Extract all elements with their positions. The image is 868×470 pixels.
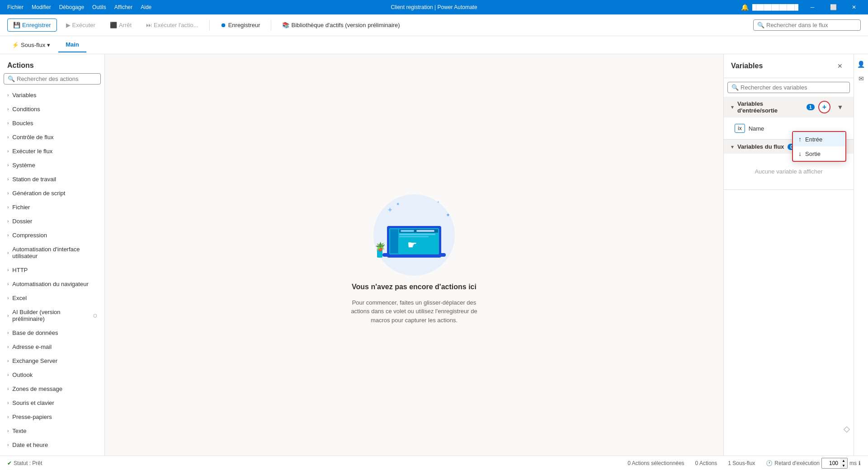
- io-section-title: Variables d'entrée/sortie: [737, 100, 803, 114]
- run-icon: ▶: [66, 22, 71, 28]
- action-item-variables[interactable]: › Variables: [0, 88, 104, 102]
- action-item-pdf[interactable]: › PDF: [0, 452, 104, 456]
- action-item-http[interactable]: › HTTP: [0, 263, 104, 277]
- variables-panel-actions: ✕: [834, 60, 846, 72]
- action-item-systeme[interactable]: › Système: [0, 158, 104, 172]
- delay-down-button[interactable]: ▼: [840, 463, 847, 468]
- svg-rect-10: [401, 230, 414, 232]
- actions-selected: 0 Actions sélectionnées: [627, 460, 684, 466]
- svg-text:✦: ✦: [446, 212, 450, 218]
- maximize-button[interactable]: ⬜: [823, 0, 844, 14]
- stop-button[interactable]: ⬛ Arrêt: [104, 19, 137, 31]
- action-item-ui-automation[interactable]: › Automatisation d'interface utilisateur: [0, 242, 104, 263]
- chevron-right-icon: ›: [7, 233, 9, 238]
- actions-count: 0 Actions: [695, 460, 717, 466]
- svg-text:✦: ✦: [437, 200, 440, 204]
- right-icon-2[interactable]: ✉: [855, 72, 868, 85]
- info-icon[interactable]: ℹ: [859, 460, 861, 466]
- action-item-station[interactable]: › Station de travail: [0, 172, 104, 186]
- chevron-right-icon: ›: [7, 313, 9, 318]
- save-button[interactable]: 💾 Enregistrer: [7, 19, 57, 32]
- dropdown-sortie[interactable]: ↓ Sortie: [793, 146, 845, 161]
- action-item-presse-papiers[interactable]: › Presse-papiers: [0, 410, 104, 424]
- run-button[interactable]: ▶ Exécuter: [61, 19, 101, 31]
- action-item-zones-message[interactable]: › Zones de message: [0, 382, 104, 396]
- actions-search-box[interactable]: 🔍: [4, 73, 101, 85]
- action-item-fichier[interactable]: › Fichier: [0, 200, 104, 214]
- status-ok-indicator: ✔ Statut : Prêt: [7, 460, 42, 466]
- toolbar: 💾 Enregistrer ▶ Exécuter ⬛ Arrêt ⏭ Exécu…: [0, 14, 868, 36]
- chevron-right-icon: ›: [7, 219, 9, 224]
- svg-text:✦: ✦: [387, 206, 393, 214]
- tab-main[interactable]: Main: [58, 38, 86, 52]
- add-variable-button[interactable]: +: [818, 101, 830, 113]
- action-item-exchange[interactable]: › Exchange Server: [0, 354, 104, 368]
- menu-fichier[interactable]: Fichier: [4, 2, 27, 12]
- action-item-email[interactable]: › Adresse e-mail: [0, 340, 104, 354]
- variables-search[interactable]: 🔍: [727, 82, 850, 93]
- action-item-date-heure[interactable]: › Date et heure: [0, 438, 104, 452]
- delay-spinners: ▲ ▼: [840, 458, 847, 468]
- menu-aide[interactable]: Aide: [137, 2, 155, 12]
- action-item-controle-flux[interactable]: › Contrôle de flux: [0, 130, 104, 144]
- chevron-right-icon: ›: [7, 250, 9, 255]
- chevron-right-icon: ›: [7, 205, 9, 210]
- action-item-compression[interactable]: › Compression: [0, 228, 104, 242]
- action-item-souris-clavier[interactable]: › Souris et clavier: [0, 396, 104, 410]
- chevron-down-icon: ▾: [47, 42, 50, 48]
- run-action-button[interactable]: ⏭ Exécuter l'actio...: [141, 19, 204, 31]
- action-item-excel[interactable]: › Excel: [0, 291, 104, 305]
- flow-search-input[interactable]: [766, 22, 857, 28]
- chevron-down-icon: ▾: [731, 144, 734, 150]
- delay-up-button[interactable]: ▲: [840, 458, 847, 463]
- menu-outils[interactable]: Outils: [89, 2, 110, 12]
- delay-input[interactable]: 100 ▲ ▼: [821, 458, 848, 469]
- io-section-header[interactable]: ▾ Variables d'entrée/sortie 1 + ▼: [724, 97, 854, 118]
- assets-button[interactable]: 📚 Bibliothèque d'actifs (version prélimi…: [277, 19, 405, 31]
- recorder-button[interactable]: ⏺ Enregistreur: [215, 19, 266, 31]
- menu-debogage[interactable]: Débogage: [56, 2, 88, 12]
- notification-icon[interactable]: 🔔: [741, 4, 749, 11]
- menu-afficher[interactable]: Afficher: [111, 2, 136, 12]
- right-icon-1[interactable]: 👤: [855, 58, 868, 70]
- chevron-right-icon: ›: [7, 268, 9, 273]
- chevron-right-icon: ›: [7, 330, 9, 335]
- actions-search-input[interactable]: [17, 75, 97, 82]
- action-item-browser-automation[interactable]: › Automatisation du navigateur: [0, 277, 104, 291]
- main-layout: Actions 🔍 › Variables › Conditions › Bou…: [0, 54, 868, 456]
- svg-rect-12: [399, 234, 435, 235]
- action-item-ai-builder[interactable]: › AI Builder (version préliminaire) ⬡: [0, 305, 104, 326]
- subflow-button[interactable]: ⚡ Sous-flux ▾: [7, 39, 55, 51]
- filter-variables-button[interactable]: ▼: [834, 101, 846, 113]
- chevron-right-icon: ›: [7, 400, 9, 405]
- execution-delay: 🕐 Retard d'exécution 100 ▲ ▼ ms ℹ: [766, 458, 861, 469]
- tabbar: ⚡ Sous-flux ▾ Main: [0, 36, 868, 54]
- action-item-executer-flux[interactable]: › Exécuter le flux: [0, 144, 104, 158]
- chevron-right-icon: ›: [7, 163, 9, 168]
- action-item-conditions[interactable]: › Conditions: [0, 102, 104, 116]
- action-item-boucles[interactable]: › Boucles: [0, 116, 104, 130]
- menu-bar: Fichier Modifier Débogage Outils Affiche…: [4, 2, 155, 12]
- delay-value-input[interactable]: 100: [822, 459, 840, 467]
- toolbar-separator-2: [271, 20, 271, 31]
- app-title: Client registration | Power Automate: [391, 4, 477, 10]
- chevron-right-icon: ›: [7, 191, 9, 196]
- close-button[interactable]: ✕: [844, 0, 864, 14]
- action-item-generation-script[interactable]: › Génération de script: [0, 186, 104, 200]
- subflow-icon: ⚡: [12, 42, 19, 48]
- chevron-right-icon: ›: [7, 428, 9, 433]
- action-item-base-donnees[interactable]: › Base de données: [0, 326, 104, 340]
- flow-search[interactable]: 🔍: [753, 19, 861, 31]
- variable-name-text: Name: [749, 125, 764, 132]
- menu-modifier[interactable]: Modifier: [28, 2, 55, 12]
- action-item-texte[interactable]: › Texte: [0, 424, 104, 438]
- close-variables-button[interactable]: ✕: [834, 60, 846, 72]
- action-item-outlook[interactable]: › Outlook: [0, 368, 104, 382]
- minimize-button[interactable]: ─: [802, 0, 823, 14]
- action-item-dossier[interactable]: › Dossier: [0, 214, 104, 228]
- svg-rect-13: [399, 236, 429, 237]
- variables-panel-title: Variables: [731, 62, 763, 70]
- search-icon: 🔍: [8, 75, 15, 82]
- dropdown-entree[interactable]: ↑ Entrée: [793, 132, 845, 146]
- variables-search-input[interactable]: [741, 84, 846, 91]
